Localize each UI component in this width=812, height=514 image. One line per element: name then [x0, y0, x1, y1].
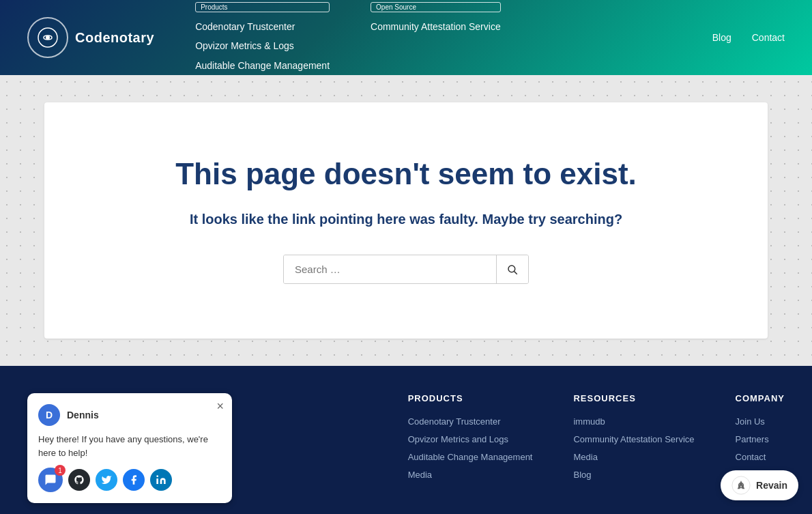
logo-text: Codenotary	[75, 30, 154, 46]
footer-link-join[interactable]: Join Us	[736, 413, 785, 431]
search-input[interactable]	[284, 255, 496, 283]
svg-point-1	[46, 35, 50, 40]
facebook-icon[interactable]	[123, 469, 145, 491]
linkedin-icon[interactable]	[150, 469, 172, 491]
footer-link-media-resources[interactable]: Media	[573, 448, 694, 466]
footer-link-immudb[interactable]: immudb	[573, 413, 694, 431]
logo-icon	[27, 17, 68, 58]
twitter-icon[interactable]	[96, 469, 117, 491]
chat-badge: 1	[55, 465, 66, 476]
revain-widget[interactable]: Revain	[721, 470, 798, 500]
chat-bubble-icon	[44, 474, 57, 486]
chat-social-icons: 1	[38, 468, 221, 492]
footer: × D Dennis Hey there! If you have any qu…	[0, 366, 812, 514]
nav-community[interactable]: Community Attestation Service	[371, 19, 501, 34]
nav-blog[interactable]: Blog	[712, 32, 731, 43]
svg-line-3	[514, 271, 517, 274]
footer-products-col: PRODUCTS Codenotary Trustcenter Opvizor …	[408, 393, 533, 484]
revain-icon	[731, 476, 751, 495]
products-badge: Products	[195, 2, 330, 12]
nav-contact[interactable]: Contact	[752, 32, 785, 43]
chat-avatar: D	[38, 404, 60, 426]
chat-header: D Dennis	[38, 404, 221, 426]
footer-link-community[interactable]: Community Attestation Service	[573, 431, 694, 448]
logo-link[interactable]: Codenotary	[27, 17, 154, 58]
github-icon[interactable]	[68, 469, 90, 491]
products-nav-group: Products Codenotary Trustcenter Opvizor …	[195, 2, 330, 73]
footer-products-heading: PRODUCTS	[408, 393, 533, 403]
chat-widget: × D Dennis Hey there! If you have any qu…	[27, 393, 232, 503]
nav-trustcenter[interactable]: Codenotary Trustcenter	[195, 19, 330, 34]
footer-link-media-products[interactable]: Media	[408, 466, 533, 484]
footer-link-auditable[interactable]: Auditable Change Management	[408, 448, 533, 466]
footer-resources-heading: RESOURCES	[573, 393, 694, 403]
header: Codenotary Products Codenotary Trustcent…	[0, 0, 812, 75]
search-form	[283, 255, 529, 284]
revain-label: Revain	[756, 480, 787, 491]
footer-link-blog[interactable]: Blog	[573, 466, 694, 484]
footer-link-trustcenter[interactable]: Codenotary Trustcenter	[408, 413, 533, 431]
open-source-badge: Open Source	[371, 2, 501, 12]
footer-link-contact[interactable]: Contact	[736, 448, 785, 466]
open-source-nav-group: Open Source Community Attestation Servic…	[371, 2, 501, 34]
footer-resources-col: RESOURCES immudb Community Attestation S…	[573, 393, 694, 484]
chat-agent-name: Dennis	[67, 410, 99, 420]
nav-auditable[interactable]: Auditable Change Management	[195, 58, 330, 73]
footer-company-heading: COMPANY	[736, 393, 785, 403]
footer-link-opvizor[interactable]: Opvizor Metrics and Logs	[408, 431, 533, 448]
nav-opvizor[interactable]: Opvizor Metrics & Logs	[195, 38, 330, 53]
search-button[interactable]	[496, 255, 528, 283]
chat-message: Hey there! If you have any questions, we…	[38, 433, 221, 459]
nav-right: Blog Contact	[712, 32, 785, 43]
svg-point-2	[508, 266, 515, 272]
main-content: This page doesn't seem to exist. It look…	[0, 75, 812, 366]
chat-bubble-button[interactable]: 1	[38, 468, 63, 492]
error-subtitle: It looks like the link pointing here was…	[85, 212, 727, 227]
footer-link-partners[interactable]: Partners	[736, 431, 785, 448]
chat-close-button[interactable]: ×	[216, 400, 224, 412]
error-card: This page doesn't seem to exist. It look…	[44, 102, 768, 339]
svg-point-4	[156, 475, 158, 477]
footer-columns: PRODUCTS Codenotary Trustcenter Opvizor …	[259, 393, 785, 484]
search-icon	[506, 263, 519, 276]
error-title: This page doesn't seem to exist.	[85, 157, 727, 191]
main-nav: Products Codenotary Trustcenter Opvizor …	[195, 2, 712, 73]
